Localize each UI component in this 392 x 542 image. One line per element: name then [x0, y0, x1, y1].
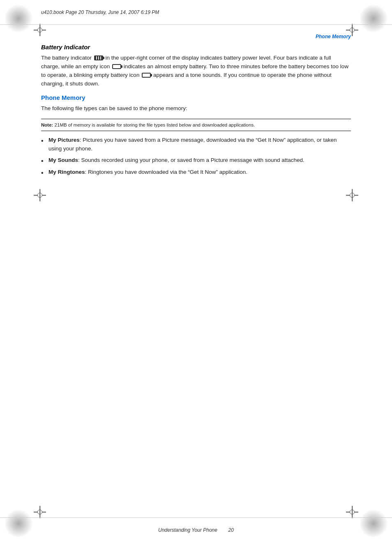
content-area: Phone Memory Battery Indicator The batte…: [41, 25, 351, 517]
bullet-term-2: My Sounds: [48, 157, 78, 163]
header-bar: u410.book Page 20 Thursday, June 14, 200…: [0, 0, 392, 25]
divider-bottom: [41, 131, 351, 131]
note-box: Note: 21MB of memory is available for st…: [41, 121, 351, 129]
note-label: Note:: [41, 122, 53, 127]
section-label: Phone Memory: [316, 34, 351, 39]
phone-memory-section: Phone Memory The following file types ca…: [41, 94, 351, 177]
bullet-text-1: : Pictures you have saved from a Picture…: [48, 137, 337, 152]
phone-memory-intro: The following file types can be saved to…: [41, 104, 351, 113]
footer-text: Understanding Your Phone 20: [158, 527, 234, 533]
note-text: 21MB of memory is available for storing …: [55, 122, 255, 127]
footer-bar: Understanding Your Phone 20: [0, 517, 392, 542]
battery-heading: Battery Indicator: [41, 44, 351, 51]
bullet-list: My Pictures: Pictures you have saved fro…: [41, 136, 351, 177]
battery-icon-empty-2: [142, 73, 151, 78]
list-item: My Sounds: Sounds recorded using your ph…: [41, 156, 351, 165]
bullet-term-1: My Pictures: [48, 137, 80, 143]
list-item: My Pictures: Pictures you have saved fro…: [41, 136, 351, 153]
battery-paragraph: The battery indicator in the upper-right…: [41, 54, 351, 88]
bullet-text-3: : Ringtones you have downloaded via the …: [85, 169, 247, 175]
bullet-text-2: : Sounds recorded using your phone, or s…: [78, 157, 304, 163]
battery-icon-full: [94, 55, 103, 60]
bullet-term-3: My Ringtones: [48, 169, 85, 175]
footer-page-number: 20: [228, 527, 234, 533]
header-text: u410.book Page 20 Thursday, June 14, 200…: [41, 9, 159, 15]
battery-icon-empty-1: [112, 64, 121, 69]
section-header-right: Phone Memory: [41, 33, 351, 39]
divider-top: [41, 119, 351, 119]
list-item: My Ringtones: Ringtones you have downloa…: [41, 168, 351, 177]
footer-label: Understanding Your Phone: [158, 527, 217, 533]
battery-section: Battery Indicator The battery indicator …: [41, 44, 351, 88]
phone-memory-heading: Phone Memory: [41, 94, 351, 101]
